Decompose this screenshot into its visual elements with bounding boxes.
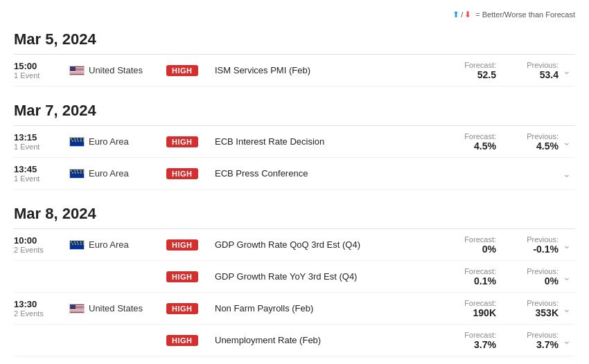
forecast-col: Forecast:52.5 — [434, 61, 496, 80]
forecast-label: Forecast: — [434, 331, 496, 339]
previous-value: -0.1% — [533, 244, 559, 255]
priority-col: HIGH — [166, 303, 215, 314]
country-col: ★★★★★★★★★★★★Euro Area — [69, 168, 166, 179]
previous-value: 53.4 — [540, 69, 559, 80]
date-header-2: Mar 8, 2024 — [14, 195, 575, 229]
previous-value: 353K — [536, 307, 559, 318]
flag-eu: ★★★★★★★★★★★★ — [69, 240, 85, 250]
event-row: 13:451 Event★★★★★★★★★★★★Euro AreaHIGHECB… — [14, 158, 575, 190]
event-name: GDP Growth Rate YoY 3rd Est (Q4) — [215, 271, 434, 282]
event-time: 13:45 — [14, 164, 69, 174]
priority-badge: HIGH — [166, 136, 198, 147]
event-count: 2 Events — [14, 246, 69, 254]
event-name: ECB Press Conference — [215, 168, 434, 179]
arrow-down-icon: ⬇ — [464, 10, 471, 19]
event-count: 1 Event — [14, 143, 69, 151]
chevron-down-icon[interactable]: ⌄ — [559, 136, 575, 147]
country-col: United States — [69, 303, 166, 313]
event-row: HIGHUnemployment Rate (Feb)Forecast:3.7%… — [14, 325, 575, 356]
forecast-label: Forecast: — [434, 299, 496, 307]
country-col: United States — [69, 65, 166, 75]
event-count: 1 Event — [14, 71, 69, 80]
previous-label: Previous: — [496, 132, 559, 140]
priority-col: HIGH — [166, 239, 215, 251]
previous-col: Previous:353K — [496, 299, 559, 318]
chevron-down-icon[interactable]: ⌄ — [559, 303, 575, 314]
flag-us — [69, 66, 85, 75]
time-col: 13:302 Events — [14, 299, 69, 318]
priority-col: HIGH — [166, 65, 215, 76]
country-col: ★★★★★★★★★★★★Euro Area — [69, 136, 166, 147]
forecast-value: 0% — [482, 244, 496, 255]
event-time: 15:00 — [14, 61, 69, 71]
country-col: ★★★★★★★★★★★★Euro Area — [69, 239, 166, 250]
flag-eu: ★★★★★★★★★★★★ — [69, 169, 85, 179]
previous-col: Previous:53.4 — [496, 61, 559, 80]
forecast-value: 3.7% — [474, 339, 496, 350]
previous-value: 4.5% — [536, 140, 559, 152]
arrow-up-icon: ⬆ — [452, 10, 459, 19]
chevron-down-icon[interactable]: ⌄ — [559, 239, 575, 251]
forecast-label: Forecast: — [434, 61, 496, 69]
event-time: 13:30 — [14, 299, 69, 309]
page-header: ⬆ / ⬇ = Better/Worse than Forecast — [14, 7, 575, 21]
priority-badge: HIGH — [166, 239, 198, 251]
event-count: 1 Event — [14, 174, 69, 183]
forecast-col: Forecast:3.7% — [434, 331, 496, 350]
priority-badge: HIGH — [166, 335, 198, 346]
forecast-col: Forecast:4.5% — [434, 132, 496, 152]
previous-value: 3.7% — [536, 339, 559, 350]
priority-col: HIGH — [166, 271, 215, 282]
event-name: Unemployment Rate (Feb) — [215, 335, 434, 345]
country-name: Euro Area — [89, 168, 129, 179]
chevron-down-icon[interactable]: ⌄ — [559, 168, 575, 179]
forecast-value: 190K — [473, 307, 496, 318]
previous-label: Previous: — [496, 299, 559, 307]
date-section-1: Mar 7, 202413:151 Event★★★★★★★★★★★★Euro … — [14, 92, 575, 190]
chevron-down-icon[interactable]: ⌄ — [559, 65, 575, 76]
previous-value: 0% — [545, 275, 559, 286]
legend-text: = Better/Worse than Forecast — [475, 10, 575, 19]
forecast-col: Forecast:190K — [434, 299, 496, 318]
event-name: ISM Services PMI (Feb) — [215, 65, 434, 75]
priority-col: HIGH — [166, 335, 215, 346]
date-header-0: Mar 5, 2024 — [14, 21, 575, 55]
event-time: 10:00 — [14, 235, 69, 246]
event-row: 13:151 Event★★★★★★★★★★★★Euro AreaHIGHECB… — [14, 126, 575, 158]
date-header-1: Mar 7, 2024 — [14, 92, 575, 126]
previous-label: Previous: — [496, 331, 559, 339]
country-name: Euro Area — [89, 239, 129, 250]
previous-label: Previous: — [496, 61, 559, 69]
event-name: ECB Interest Rate Decision — [215, 136, 434, 147]
forecast-value: 52.5 — [477, 69, 496, 80]
priority-badge: HIGH — [166, 303, 198, 314]
priority-col: HIGH — [166, 136, 215, 147]
previous-col: Previous:3.7% — [496, 331, 559, 350]
time-col: 13:451 Event — [14, 164, 69, 183]
flag-eu: ★★★★★★★★★★★★ — [69, 137, 85, 147]
legend-icons: ⬆ / ⬇ = Better/Worse than Forecast — [452, 10, 575, 19]
event-time: 13:15 — [14, 132, 69, 143]
chevron-down-icon[interactable]: ⌄ — [559, 271, 575, 282]
time-col: 10:002 Events — [14, 235, 69, 254]
previous-label: Previous: — [496, 235, 559, 244]
forecast-col: Forecast:0% — [434, 235, 496, 255]
event-row: 15:001 EventUnited StatesHIGHISM Service… — [14, 55, 575, 87]
date-section-0: Mar 5, 202415:001 EventUnited StatesHIGH… — [14, 21, 575, 87]
forecast-label: Forecast: — [434, 235, 496, 244]
country-name: Euro Area — [89, 136, 129, 147]
priority-badge: HIGH — [166, 65, 198, 76]
forecast-value: 0.1% — [474, 275, 496, 286]
chevron-down-icon[interactable]: ⌄ — [559, 335, 575, 346]
flag-us — [69, 304, 85, 313]
priority-col: HIGH — [166, 168, 215, 179]
priority-badge: HIGH — [166, 271, 198, 282]
event-row: HIGHGDP Growth Rate YoY 3rd Est (Q4)Fore… — [14, 261, 575, 293]
event-name: Non Farm Payrolls (Feb) — [215, 303, 434, 313]
forecast-label: Forecast: — [434, 132, 496, 140]
forecast-col: Forecast:0.1% — [434, 267, 496, 286]
event-row: 10:002 Events★★★★★★★★★★★★Euro AreaHIGHGD… — [14, 229, 575, 261]
country-name: United States — [89, 303, 143, 313]
event-name: GDP Growth Rate QoQ 3rd Est (Q4) — [215, 239, 434, 250]
priority-badge: HIGH — [166, 168, 198, 179]
